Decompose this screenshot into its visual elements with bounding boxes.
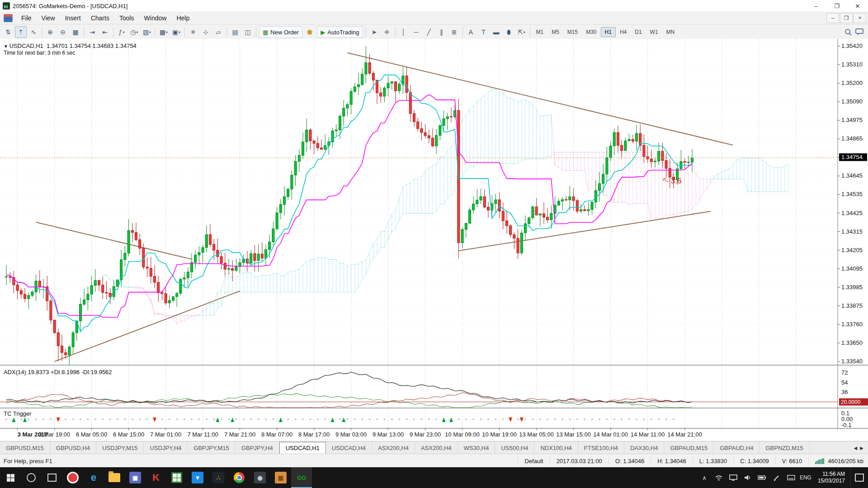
time-axis[interactable]: 3 Mar 20173 Mar 19:006 Mar 05:006 Mar 15… [18, 428, 702, 438]
menu-view[interactable]: View [37, 13, 60, 23]
file-explorer-icon[interactable] [104, 467, 125, 488]
touch-keyboard-icon[interactable] [784, 467, 798, 488]
wifi-icon[interactable] [712, 467, 726, 488]
minimize-button[interactable]: – [806, 0, 826, 12]
vertical-line-icon[interactable]: │ [398, 26, 410, 38]
trendline-icon[interactable]: ╱ [423, 26, 435, 38]
open-folder-icon[interactable]: ▱ [212, 26, 224, 38]
crosshair-target-icon[interactable]: ⊹ [200, 26, 212, 38]
chart-tab-usdjpy-m15[interactable]: USDJPY,M15 [96, 441, 144, 454]
new-order-button[interactable]: ▦ New Order [259, 26, 302, 38]
task-view-button[interactable] [42, 467, 62, 488]
metaeditor-icon[interactable]: ⬟ [304, 26, 316, 38]
timeframe-m15[interactable]: M15 [563, 27, 582, 37]
app-icon-media[interactable] [62, 467, 83, 488]
timeframe-mn[interactable]: MN [662, 27, 679, 37]
text-icon[interactable]: A [465, 26, 477, 38]
fibonacci-icon[interactable]: ≣ [448, 26, 460, 38]
chart-tab-gbpaud-m15[interactable]: GBPAUD,M15 [664, 441, 714, 454]
chart-tab-gbpusd-m15[interactable]: GBPUSD,M15 [0, 441, 50, 454]
chart-shift-icon[interactable]: ⇤ [99, 26, 111, 38]
timeframe-d1[interactable]: D1 [631, 27, 646, 37]
action-center-button[interactable] [850, 467, 868, 488]
autotrading-button[interactable]: ▶ AutoTrading [317, 26, 363, 38]
timeframe-m1[interactable]: M1 [532, 27, 548, 37]
chart-tab-ftse100-h4[interactable]: FTSE100,H4 [578, 441, 624, 454]
timeframe-m5[interactable]: M5 [547, 27, 563, 37]
price-chart-canvas[interactable]: ^- 3:61.354201.353101.352001.350901.3497… [0, 39, 868, 441]
menu-file[interactable]: File [16, 13, 37, 23]
cortana-search-button[interactable] [21, 467, 42, 488]
profiles-icon[interactable]: ▣▾ [170, 26, 182, 38]
tile-windows-icon[interactable]: ▦ [70, 26, 81, 38]
kite-icon[interactable]: K [146, 467, 166, 488]
market-watch-icon[interactable]: ▤ [229, 26, 241, 38]
maximize-button[interactable]: ❐ [826, 0, 847, 12]
chart-area[interactable]: ▼ USDCAD,H1 1.34701 1.34754 1.34683 1.34… [0, 39, 868, 441]
display-icon[interactable] [726, 467, 740, 488]
chart-tab-ws30-h4[interactable]: WS30,H4 [458, 441, 495, 454]
bar-chart-icon[interactable]: ⇅ [2, 26, 14, 38]
chart-tab-gbpnzd-m15[interactable]: GBPNZD,M15 [760, 441, 809, 454]
app-icon-dark[interactable]: ∴ [208, 467, 229, 488]
channel-icon[interactable]: ∥ [436, 26, 448, 38]
volume-icon[interactable] [741, 467, 755, 488]
chart-tab-usdjpy-h4[interactable]: USDJPY,H4 [144, 441, 188, 454]
chart-tab-gbpusd-h4[interactable]: GBPUSD,H4 [50, 441, 96, 454]
camera-icon[interactable]: ◉ [250, 467, 270, 488]
ellipse-icon[interactable]: ⬮ [503, 26, 515, 38]
refresh-icon[interactable]: ✳ [187, 26, 199, 38]
chart-tab-asx200-h4[interactable]: ASX200,H4 [372, 441, 415, 454]
start-button[interactable] [0, 467, 21, 488]
horizontal-line-icon[interactable]: ─ [410, 26, 422, 38]
line-chart-icon[interactable]: ∿ [28, 26, 39, 38]
cursor-icon[interactable]: ➤ [368, 26, 380, 38]
chart-tab-gbpjpy-h4[interactable]: GBPJPY,H4 [236, 441, 279, 454]
mdi-close-button[interactable]: × [854, 13, 866, 23]
tabs-scroll-left-icon[interactable]: ◀ [854, 446, 858, 450]
menu-insert[interactable]: Insert [60, 13, 86, 23]
timeframe-m30[interactable]: M30 [582, 27, 600, 37]
menu-charts[interactable]: Charts [86, 13, 114, 23]
periods-icon[interactable]: ◷▾ [128, 26, 140, 38]
chart-tab-us500-h4[interactable]: US500,H4 [495, 441, 534, 454]
chart-tab-usdcad-h1[interactable]: USDCAD,H1 [279, 442, 326, 454]
timeframe-h1[interactable]: H1 [601, 27, 616, 37]
language-indicator[interactable]: ENG [799, 467, 812, 488]
taskbar-clock[interactable]: 11:56 AM 15/03/2017 [813, 471, 849, 484]
app-icon-grid[interactable] [166, 467, 187, 488]
menu-window[interactable]: Window [139, 13, 172, 23]
zoom-out-icon[interactable]: ⊖ [57, 26, 69, 38]
chart-tab-gbpaud-h4[interactable]: GBPAUD,H4 [714, 441, 760, 454]
candlestick-chart-icon[interactable]: ⇡ [15, 26, 27, 38]
chart-tab-usdcad-h4[interactable]: USDCAD,H4 [326, 441, 372, 454]
search-icon[interactable] [844, 28, 852, 36]
timeframe-w1[interactable]: W1 [646, 27, 662, 37]
new-chart-icon[interactable]: ▩▾ [158, 26, 170, 38]
zoom-in-icon[interactable]: ⊕ [44, 26, 56, 38]
gomarkets-icon[interactable]: GO [291, 467, 312, 488]
menu-help[interactable]: Help [171, 13, 194, 23]
chart-tab-ndx100-h4[interactable]: NDX100,H4 [534, 441, 578, 454]
pen-icon[interactable] [770, 467, 783, 488]
tabs-scroll-right-icon[interactable]: ▶ [860, 446, 863, 450]
mdi-minimize-button[interactable]: – [826, 13, 839, 23]
chart-tab-asx200-h4[interactable]: ASX200,H4 [415, 441, 458, 454]
crosshair-icon[interactable]: ✛ [381, 26, 393, 38]
app-icon-purple[interactable]: ▣ [125, 467, 146, 488]
battery-icon[interactable] [755, 467, 769, 488]
chrome-icon[interactable] [229, 467, 250, 488]
indicators-icon[interactable]: ƒ▾ [116, 26, 127, 38]
chart-text-annotation[interactable]: ^- 3:6 [662, 177, 681, 185]
navigator-icon[interactable]: ◫ [242, 26, 254, 38]
chart-tab-gbpjpy-m15[interactable]: GBPJPY,M15 [188, 441, 236, 454]
app-icon-orange[interactable]: ▦ [270, 467, 291, 488]
auto-scroll-icon[interactable]: ⇥ [86, 26, 98, 38]
app-icon-blue-arrow[interactable]: ▼ [187, 467, 208, 488]
chart-tab-dax30-h4[interactable]: DAX30,H4 [624, 441, 664, 454]
chat-icon[interactable] [855, 28, 863, 36]
text-label-icon[interactable]: T [478, 26, 490, 38]
rectangle-icon[interactable]: ▬ [491, 26, 502, 38]
arrows-icon[interactable]: ⇱▾ [516, 26, 528, 38]
edge-icon[interactable]: e [83, 467, 104, 488]
